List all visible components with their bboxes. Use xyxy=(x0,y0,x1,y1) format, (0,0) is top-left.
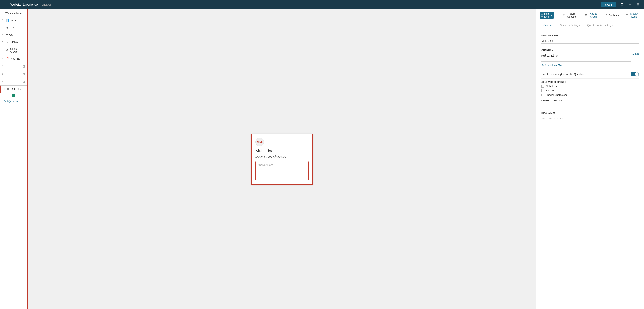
question-char-count: 10 xyxy=(637,64,639,66)
checkbox-numbers: Numbers xyxy=(542,89,639,92)
sidebar-item-nps[interactable]: 1 📊 NPS xyxy=(0,17,27,24)
question-type-selector[interactable]: ▤ Multi Line ▾ xyxy=(540,12,554,19)
right-panel-content: DISPLAY NAME * 10 QUESTION ☁ IVR xyxy=(538,31,642,308)
sidebar-item-label-yesno: Yes / No xyxy=(11,57,25,60)
sidebar-item-9[interactable]: 9 ▤ xyxy=(0,78,27,86)
sidebar-item-ces[interactable]: 2 ◆ CES xyxy=(0,24,27,31)
duplicate-button[interactable]: ⧉ Duplicate xyxy=(604,13,620,18)
sidebar: Welcome Note 1 📊 NPS 2 ◆ CES 3 ♥ CSAT 4 … xyxy=(0,9,27,309)
toggle-thumb xyxy=(635,72,638,76)
answer-box[interactable]: Answer Here xyxy=(256,161,308,180)
back-icon: ← xyxy=(4,3,7,6)
add-to-group-button[interactable]: ⊞ Add to Group xyxy=(584,12,600,19)
multiline-icon: ▤ xyxy=(7,88,9,90)
sidebar-item-label-single-answer: Single Answer xyxy=(10,47,25,53)
addgroup-icon: ⊞ xyxy=(585,14,587,17)
analytics-label: Enable Text Analytics for this Question xyxy=(542,73,584,76)
add-item-circle[interactable]: + xyxy=(12,94,15,97)
right-panel: ▤ Multi Line ▾ ⊘ Retire Question ⊞ Add t… xyxy=(536,9,644,309)
sidebar-item-num-4: 4 xyxy=(2,40,4,43)
question-type-icon-box: ▤ Multi Line ▾ xyxy=(540,12,554,19)
sidebar-item-num-9: 9 xyxy=(2,80,3,83)
app-header: ← Website Experience (Unsaved) SAVE 🖥 ≡ … xyxy=(0,0,644,9)
question-label: QUESTION xyxy=(542,49,639,51)
answer-placeholder: Answer Here xyxy=(258,163,273,166)
org-icon: ⊞ xyxy=(636,3,640,6)
conditional-text-button[interactable]: ⚙ Conditional Text xyxy=(542,64,563,67)
sidebar-item-yesno[interactable]: 6 ❓ Yes / No xyxy=(0,55,27,62)
conditional-text-label: Conditional Text xyxy=(545,64,563,67)
menu-icon: ≡ xyxy=(629,3,631,6)
tab-content[interactable]: Content xyxy=(540,21,556,29)
save-button[interactable]: SAVE xyxy=(601,2,616,7)
monitor-button[interactable]: 🖥 xyxy=(618,2,625,8)
tab-questionnaire-settings[interactable]: Questionnaire Settings xyxy=(584,21,616,29)
checkbox-numbers-input[interactable] xyxy=(542,89,544,92)
sidebar-item-label-multiline: Multi Line xyxy=(11,88,24,90)
survey-card: ACME Multi Line Maximum 100 Characters A… xyxy=(251,134,313,185)
dropdown-icon: ▾ xyxy=(551,14,552,17)
checkbox-alphabets: Alphabets xyxy=(542,85,639,88)
logo-text: ACME xyxy=(256,138,264,146)
sidebar-item-label-ces: CES xyxy=(10,26,25,29)
single-answer-icon: ⊙ xyxy=(6,49,8,52)
card-title: Multi Line xyxy=(256,148,308,154)
checkbox-special-chars-label: Special Characters xyxy=(546,94,567,96)
main-layout: Welcome Note 1 📊 NPS 2 ◆ CES 3 ♥ CSAT 4 … xyxy=(0,9,644,309)
question-input[interactable] xyxy=(542,53,630,62)
question-section: QUESTION ☁ IVR ⚙ Conditional Text 10 xyxy=(542,49,639,67)
sidebar-item-8[interactable]: 8 ▤ xyxy=(0,70,27,78)
right-panel-tabs: Content Question Settings Questionnaire … xyxy=(536,21,644,29)
analytics-row: Enable Text Analytics for this Question xyxy=(542,70,639,78)
display-name-section: DISPLAY NAME * 10 xyxy=(542,34,639,47)
ivr-icon: ☁ xyxy=(632,53,634,56)
char-limit-label: CHARACTER LIMIT xyxy=(542,100,639,102)
checkbox-alphabets-input[interactable] xyxy=(542,85,544,88)
blank-item-icon-9: ▤ xyxy=(22,80,25,83)
display-name-label: DISPLAY NAME * xyxy=(542,34,639,36)
char-limit-input[interactable] xyxy=(542,103,639,109)
required-indicator: * xyxy=(559,34,560,36)
sidebar-item-num-10: 10 xyxy=(2,88,5,90)
display-name-char-count: 10 xyxy=(542,44,639,47)
checkbox-special-chars-input[interactable] xyxy=(542,94,544,96)
card-subtitle-pre: Maximum xyxy=(256,155,268,158)
sidebar-item-num-6: 6 xyxy=(2,57,4,60)
right-panel-toolbar: ▤ Multi Line ▾ ⊘ Retire Question ⊞ Add t… xyxy=(536,9,644,21)
back-button[interactable]: ← xyxy=(3,2,8,8)
add-question-button[interactable]: Add Question ▾ xyxy=(2,98,25,104)
disclaimer-placeholder[interactable]: Add Disclaimer Text xyxy=(542,116,639,121)
sidebar-item-7[interactable]: 7 ▤ xyxy=(0,62,27,70)
card-subtitle-post: Characters xyxy=(272,155,286,158)
duplicate-label: Duplicate xyxy=(608,14,619,17)
smiley-icon: ☺ xyxy=(6,40,9,43)
retire-icon: ⊘ xyxy=(563,14,565,17)
sidebar-item-csat[interactable]: 3 ♥ CSAT xyxy=(0,31,27,38)
displaylogic-label: Display Logic xyxy=(630,12,640,18)
retire-question-button[interactable]: ⊘ Retire Question xyxy=(561,12,580,19)
add-question-arrow: ▾ xyxy=(18,100,20,102)
sidebar-item-single-answer[interactable]: 5 ⊙ Single Answer xyxy=(0,46,27,55)
card-subtitle-bold: 100 xyxy=(268,155,272,158)
char-limit-section: CHARACTER LIMIT xyxy=(542,100,639,109)
sidebar-item-num-2: 2 xyxy=(2,26,4,29)
logo-svg: ACME xyxy=(256,138,264,146)
multiline-tool-icon: ▤ xyxy=(541,14,544,17)
display-name-input[interactable] xyxy=(542,38,639,44)
checkbox-numbers-label: Numbers xyxy=(546,89,556,92)
card-subtitle: Maximum 100 Characters xyxy=(256,155,308,158)
sidebar-item-num-7: 7 xyxy=(2,65,3,68)
analytics-toggle[interactable] xyxy=(630,72,639,76)
gear-icon: ⚙ xyxy=(542,64,544,67)
org-button[interactable]: ⊞ xyxy=(635,2,641,8)
blank-item-icon-8: ▤ xyxy=(22,72,25,76)
csat-icon: ♥ xyxy=(6,33,8,36)
menu-button[interactable]: ≡ xyxy=(628,2,633,8)
sidebar-item-multiline[interactable]: 10 ▤ Multi Line xyxy=(0,86,27,93)
ivr-button[interactable]: ☁ IVR xyxy=(632,53,639,56)
sidebar-welcome[interactable]: Welcome Note xyxy=(0,9,27,17)
tab-question-settings[interactable]: Question Settings xyxy=(556,21,584,29)
sidebar-item-smiley[interactable]: 4 ☺ Smiley xyxy=(0,38,27,46)
svg-text:ACME: ACME xyxy=(257,141,262,143)
display-logic-button[interactable]: ⬡ Display Logic xyxy=(624,12,641,19)
